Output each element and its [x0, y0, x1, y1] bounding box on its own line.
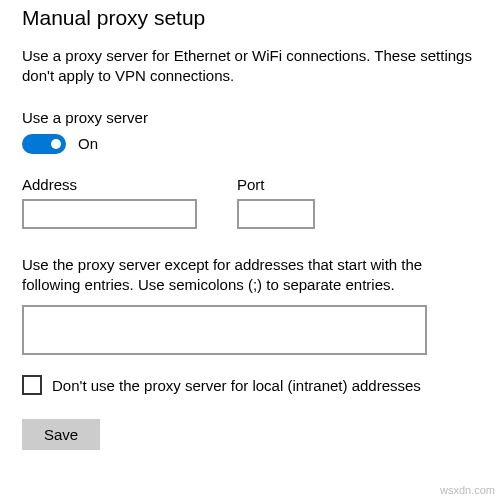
use-proxy-toggle-row: On — [22, 134, 481, 154]
local-bypass-label: Don't use the proxy server for local (in… — [52, 377, 421, 394]
local-bypass-row: Don't use the proxy server for local (in… — [22, 375, 481, 395]
exceptions-description: Use the proxy server except for addresse… — [22, 255, 472, 296]
port-field: Port — [237, 176, 315, 229]
use-proxy-label: Use a proxy server — [22, 109, 481, 126]
proxy-description: Use a proxy server for Ethernet or WiFi … — [22, 46, 472, 87]
port-input[interactable] — [237, 199, 315, 229]
local-bypass-checkbox[interactable] — [22, 375, 42, 395]
page-title: Manual proxy setup — [22, 6, 481, 30]
watermark: wsxdn.com — [440, 484, 495, 496]
use-proxy-toggle[interactable] — [22, 134, 66, 154]
toggle-knob-icon — [51, 139, 61, 149]
exceptions-input[interactable] — [22, 305, 427, 355]
use-proxy-toggle-section: Use a proxy server On — [22, 109, 481, 154]
address-port-row: Address Port — [22, 176, 481, 229]
address-input[interactable] — [22, 199, 197, 229]
use-proxy-state: On — [78, 135, 98, 152]
port-label: Port — [237, 176, 315, 193]
address-field: Address — [22, 176, 197, 229]
address-label: Address — [22, 176, 197, 193]
save-button[interactable]: Save — [22, 419, 100, 450]
